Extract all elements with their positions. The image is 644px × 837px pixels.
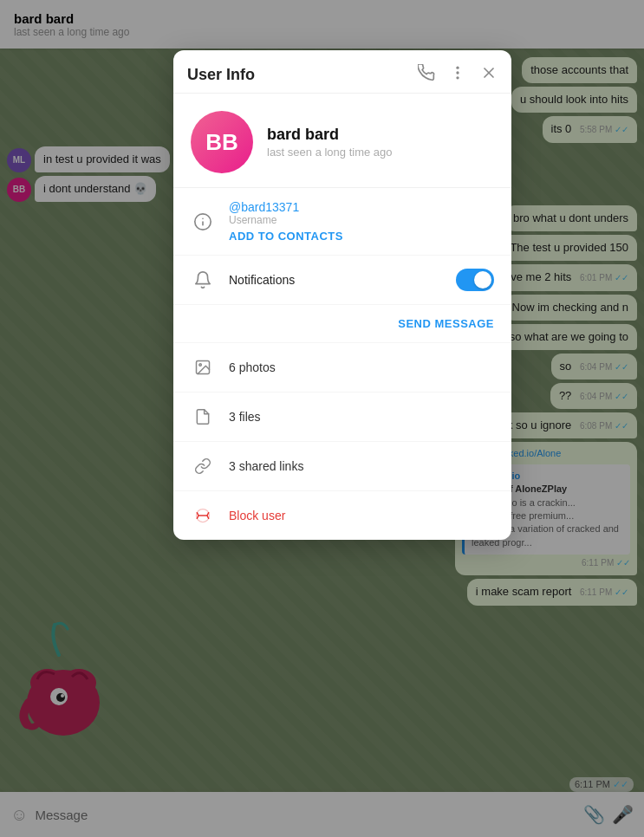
- notifications-row: Notifications: [173, 256, 511, 305]
- links-icon: [191, 454, 215, 478]
- notifications-label: Notifications: [229, 272, 442, 288]
- block-user-label: Block user: [229, 509, 285, 522]
- close-icon[interactable]: [480, 64, 498, 86]
- notifications-toggle[interactable]: [456, 269, 494, 291]
- username-label: Username: [229, 214, 494, 226]
- user-info-panel: User Info BB bard bard: [173, 50, 511, 540]
- media-rows: 6 photos 3 files 3 shared links: [173, 343, 511, 491]
- info-icon: [191, 210, 215, 234]
- profile-section: BB bard bard last seen a long time ago: [173, 94, 511, 188]
- add-to-contacts-button[interactable]: ADD TO CONTACTS: [229, 226, 494, 243]
- photos-icon: [191, 355, 215, 380]
- profile-info: bard bard last seen a long time ago: [267, 126, 393, 159]
- panel-title: User Info: [187, 66, 418, 84]
- avatar-initials: BB: [205, 129, 238, 156]
- svg-point-6: [456, 67, 459, 69]
- files-label: 3 files: [229, 410, 261, 424]
- block-icon: [191, 503, 215, 528]
- panel-header-icons: [418, 64, 498, 86]
- links-label: 3 shared links: [229, 459, 303, 473]
- more-options-icon[interactable]: [449, 64, 466, 86]
- profile-name: bard bard: [267, 126, 393, 144]
- svg-point-15: [199, 364, 202, 367]
- block-user-row[interactable]: Block user: [173, 491, 511, 540]
- links-row[interactable]: 3 shared links: [173, 442, 511, 490]
- username-content: @bard13371 Username ADD TO CONTACTS: [229, 200, 494, 243]
- photos-row[interactable]: 6 photos: [173, 343, 511, 393]
- send-message-button[interactable]: SEND MESSAGE: [398, 317, 494, 330]
- avatar: BB: [191, 111, 253, 173]
- svg-point-7: [456, 71, 459, 74]
- profile-status: last seen a long time ago: [267, 146, 393, 159]
- username-value: @bard13371: [229, 200, 494, 214]
- photos-label: 6 photos: [229, 360, 276, 374]
- phone-icon[interactable]: [418, 64, 435, 86]
- username-row: @bard13371 Username ADD TO CONTACTS: [173, 188, 511, 256]
- bell-icon: [191, 268, 215, 292]
- send-message-row: SEND MESSAGE: [173, 305, 511, 343]
- panel-header: User Info: [173, 50, 511, 94]
- files-row[interactable]: 3 files: [173, 393, 511, 442]
- files-icon: [191, 405, 215, 429]
- svg-point-8: [456, 76, 459, 79]
